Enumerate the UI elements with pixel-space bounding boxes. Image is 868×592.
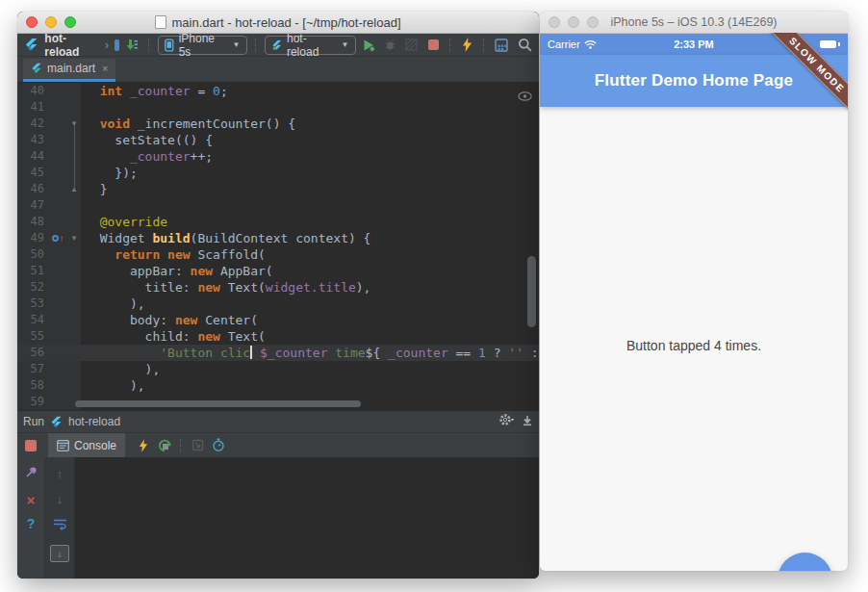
project-structure-icon[interactable]: [493, 37, 509, 54]
code-text: ),: [81, 296, 539, 312]
scroll-to-end-icon[interactable]: ↓: [50, 545, 69, 562]
code-line[interactable]: 49↑▾ Widget build(BuildContext context) …: [17, 230, 539, 246]
code-line[interactable]: 50 return new Scaffold(: [17, 246, 539, 263]
code-text: setState(() {: [81, 132, 539, 148]
line-number: 57: [17, 361, 48, 377]
code-line[interactable]: 57 ),: [17, 361, 539, 377]
fold-gutter: [67, 377, 81, 394]
code-line[interactable]: 41: [17, 99, 539, 116]
override-marker-icon[interactable]: ↑: [48, 230, 67, 246]
help-icon[interactable]: ?: [27, 518, 36, 530]
editor-horizontal-scrollbar[interactable]: [75, 400, 361, 407]
soft-wrap-icon[interactable]: [53, 517, 67, 534]
counter-text: Button tapped 4 times.: [540, 338, 848, 353]
code-text: [81, 99, 539, 116]
run-panel-label: Run: [23, 415, 44, 428]
gutter-marker: [48, 246, 67, 263]
hot-reload-bolt-icon[interactable]: [459, 37, 475, 54]
line-number: 55: [17, 328, 48, 345]
code-line[interactable]: 40 int _counter = 0;: [17, 83, 539, 99]
stop-process-button[interactable]: [17, 440, 44, 451]
hot-reload-bolt-icon[interactable]: [135, 437, 152, 454]
fold-gutter: [67, 361, 81, 377]
close-tab-icon[interactable]: ×: [102, 63, 108, 74]
run-panel-title: hot-reload: [68, 415, 120, 428]
simulator-titlebar: iPhone 5s – iOS 10.3 (14E269): [540, 12, 848, 34]
tab-console[interactable]: Console: [48, 433, 125, 457]
editor-vertical-scrollbar[interactable]: [527, 256, 536, 327]
gutter-marker: [48, 263, 67, 279]
gutter-marker: [48, 197, 67, 214]
console-side-toolbar: ↑ ↓ ↓ »: [45, 457, 75, 579]
toolbar-divider: [180, 439, 182, 452]
gutter-marker: [48, 328, 67, 345]
profile-button[interactable]: [403, 37, 420, 54]
pin-icon[interactable]: [25, 465, 38, 482]
hide-panel-icon[interactable]: [522, 413, 533, 430]
fold-gutter: [67, 312, 81, 328]
code-line[interactable]: 58 ),: [17, 377, 539, 394]
toolbar-divider: [449, 39, 451, 52]
console-output[interactable]: [75, 457, 539, 579]
code-line[interactable]: 43 setState(() {: [17, 132, 539, 148]
toolbar-divider: [255, 39, 257, 52]
code-line[interactable]: 56 'Button clic $_counter time${ _counte…: [17, 345, 539, 361]
stopwatch-icon[interactable]: [210, 437, 227, 454]
line-number: 51: [17, 263, 48, 279]
line-number: 48: [17, 214, 48, 230]
line-number: 41: [17, 99, 48, 116]
toolbar-divider: [148, 39, 150, 52]
line-number: 53: [17, 296, 48, 312]
code-text: [81, 197, 539, 214]
gutter-marker: [48, 296, 67, 312]
stop-button[interactable]: [425, 37, 442, 54]
code-line[interactable]: 47: [17, 197, 539, 214]
run-panel-tabbar: Console: [17, 432, 539, 457]
close-panel-icon[interactable]: ×: [27, 494, 36, 506]
code-text: appBar: new AppBar(: [81, 263, 539, 279]
code-line[interactable]: 52 title: new Text(widget.title),: [17, 279, 539, 296]
flutter-appbar: Flutter Demo Home Page: [540, 55, 848, 107]
vcs-update-icon[interactable]: [124, 37, 140, 54]
code-line[interactable]: 51 appBar: new AppBar(: [17, 263, 539, 279]
hot-restart-icon[interactable]: [156, 437, 173, 454]
code-line[interactable]: 42▾ void _incrementCounter() {: [17, 116, 539, 132]
gear-icon[interactable]: [498, 413, 516, 430]
run-panel-body: × ? ↑ ↓ ↓ »: [17, 457, 539, 579]
code-text: });: [81, 165, 539, 181]
code-editor[interactable]: 40 int _counter = 0;4142▾ void _incremen…: [17, 83, 539, 410]
line-number: 46: [17, 181, 48, 197]
search-icon[interactable]: [517, 37, 533, 54]
gutter-marker: [48, 116, 67, 132]
code-line[interactable]: 46▴ }: [17, 181, 539, 197]
down-stack-trace-icon[interactable]: ↓: [57, 492, 64, 506]
run-left-toolbar: × ?: [17, 457, 45, 579]
code-text: ),: [81, 361, 539, 377]
code-line[interactable]: 55 child: new Text(: [17, 328, 539, 345]
code-text: 'Button clic $_counter time${ _counter =…: [81, 345, 539, 361]
code-line[interactable]: 54 body: new Center(: [17, 312, 539, 328]
fold-marker-icon[interactable]: ▾: [67, 230, 81, 246]
breadcrumb-project[interactable]: hot-reload: [44, 32, 99, 59]
run-config-dropdown[interactable]: hot-reload ▼: [265, 36, 356, 55]
code-line[interactable]: 45 });: [17, 165, 539, 181]
run-button[interactable]: [361, 37, 377, 54]
code-line[interactable]: 48 @override: [17, 214, 539, 230]
code-line[interactable]: 44 _counter++;: [17, 148, 539, 165]
line-number: 43: [17, 132, 48, 148]
tab-main-dart[interactable]: main.dart ×: [23, 59, 115, 82]
debug-button[interactable]: [382, 37, 398, 54]
up-stack-trace-icon[interactable]: ↑: [57, 467, 64, 481]
gutter-marker: [48, 132, 67, 148]
line-number: 44: [17, 148, 48, 165]
increment-fab-button[interactable]: +: [778, 553, 832, 571]
device-selector-dropdown[interactable]: iPhone 5s ▼: [158, 36, 246, 55]
app-body: Button tapped 4 times. +: [540, 107, 848, 571]
gutter-marker: [48, 345, 67, 361]
ide-titlebar: main.dart - hot-reload - [~/tmp/hot-relo…: [17, 12, 539, 34]
code-text: body: new Center(: [81, 312, 539, 328]
gutter-marker: [48, 377, 67, 394]
flutter-icon: [23, 37, 39, 54]
reader-mode-eye-icon[interactable]: [518, 88, 532, 105]
code-line[interactable]: 53 ),: [17, 296, 539, 312]
